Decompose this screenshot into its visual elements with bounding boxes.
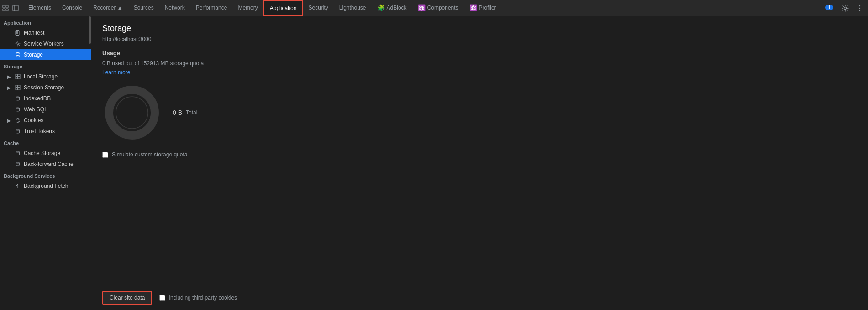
donut-chart: [102, 83, 162, 142]
simulate-checkbox-row: Simulate custom storage quota: [102, 151, 857, 158]
svg-point-29: [18, 119, 19, 119]
cache-storage-label: Cache Storage: [24, 150, 87, 156]
page-url: http://localhost:3000: [102, 36, 857, 42]
manifest-label: Manifest: [24, 30, 87, 36]
sidebar-item-storage[interactable]: ▶ Storage: [0, 49, 91, 60]
simulate-checkbox[interactable]: [102, 152, 108, 158]
cookies-chevron: ▶: [7, 118, 12, 123]
svg-point-32: [16, 162, 20, 163]
cylinder-icon-4: [15, 150, 21, 156]
tab-bar: Elements Console Recorder ▲ Sources Netw…: [0, 0, 868, 16]
storage-icon: [15, 52, 21, 58]
sidebar-section-background: Background Services: [0, 170, 91, 181]
session-storage-chevron: ▶: [7, 85, 12, 90]
cookie-icon: [15, 117, 21, 124]
main-layout: Application ▶ Manifest ▶: [0, 16, 868, 310]
sidebar-item-back-forward-cache[interactable]: ▶ Back-forward Cache: [0, 159, 91, 170]
svg-point-34: [116, 97, 148, 129]
cylinder-icon-5: [15, 161, 21, 167]
more-options-icon[interactable]: [853, 2, 866, 15]
svg-point-9: [859, 10, 860, 10]
cookies-label: Cookies: [24, 117, 87, 124]
svg-rect-21: [18, 85, 21, 88]
cylinder-icon-2: [15, 106, 21, 113]
tab-elements[interactable]: Elements: [23, 0, 57, 16]
clear-site-data-button[interactable]: Clear site data: [102, 291, 152, 305]
usage-text: 0 B used out of 152913 MB storage quota: [102, 60, 857, 67]
svg-point-7: [859, 5, 860, 6]
tab-feedback[interactable]: 1: [821, 0, 837, 16]
sidebar: Application ▶ Manifest ▶: [0, 16, 91, 310]
tab-console[interactable]: Console: [57, 0, 88, 16]
sidebar-item-trust-tokens[interactable]: ▶ Trust Tokens: [0, 126, 91, 137]
tab-sources[interactable]: Sources: [128, 0, 159, 16]
tab-security[interactable]: Security: [303, 0, 333, 16]
svg-point-31: [16, 151, 20, 152]
sidebar-item-background-fetch[interactable]: ▶ Background Fetch: [0, 181, 91, 191]
grid-icon: [15, 73, 21, 80]
svg-rect-4: [13, 5, 18, 11]
sidebar-item-service-workers[interactable]: ▶ Service Workers: [0, 38, 91, 49]
local-storage-label: Local Storage: [24, 73, 87, 80]
svg-rect-1: [6, 5, 8, 8]
tab-application[interactable]: Application: [263, 0, 303, 16]
sidebar-item-cookies[interactable]: ▶ Cookies: [0, 115, 91, 126]
third-party-cookies-checkbox[interactable]: [159, 295, 165, 301]
grid-icon-2: [15, 84, 21, 91]
sidebar-item-session-storage[interactable]: ▶ Session Storage: [0, 82, 91, 93]
tab-performance[interactable]: Performance: [190, 0, 233, 16]
indexeddb-label: IndexedDB: [24, 95, 87, 102]
panel-toggle-icon[interactable]: [12, 5, 19, 12]
back-forward-icon[interactable]: [2, 5, 9, 12]
tab-recorder[interactable]: Recorder ▲: [88, 0, 128, 16]
svg-point-8: [859, 7, 860, 8]
cylinder-icon: [15, 95, 21, 102]
tab-bar-right: 1: [821, 0, 866, 16]
svg-rect-18: [16, 77, 18, 79]
svg-rect-22: [16, 88, 18, 90]
web-sql-label: Web SQL: [24, 106, 87, 113]
svg-point-24: [16, 97, 20, 98]
svg-rect-19: [18, 77, 21, 79]
sidebar-scrollbar[interactable]: [88, 16, 91, 310]
svg-rect-17: [18, 74, 21, 77]
session-storage-label: Session Storage: [24, 84, 87, 91]
chart-area: 0 B Total: [102, 83, 857, 142]
content-area: Storage http://localhost:3000 Usage 0 B …: [91, 16, 868, 285]
tab-profiler[interactable]: ⚛️ Profiler: [464, 0, 502, 16]
sidebar-item-cache-storage[interactable]: ▶ Cache Storage: [0, 148, 91, 159]
svg-point-14: [17, 43, 19, 45]
third-party-cookies-label: including third-party cookies: [169, 294, 237, 301]
svg-rect-20: [16, 85, 18, 88]
sidebar-scrollbar-thumb: [89, 16, 91, 44]
chart-total: 0 B Total: [173, 109, 197, 116]
tab-network[interactable]: Network: [159, 0, 190, 16]
gear-icon: [15, 41, 21, 47]
svg-point-15: [16, 53, 20, 54]
learn-more-link[interactable]: Learn more: [102, 69, 130, 76]
svg-rect-23: [18, 88, 21, 90]
third-party-cookies-row: including third-party cookies: [159, 294, 237, 301]
tab-components[interactable]: ⚛️ Components: [412, 0, 464, 16]
svg-point-28: [18, 121, 19, 122]
trust-tokens-label: Trust Tokens: [24, 128, 87, 134]
sidebar-item-indexeddb[interactable]: ▶ IndexedDB: [0, 93, 91, 104]
chart-total-label: Total: [186, 109, 197, 116]
sidebar-item-web-sql[interactable]: ▶ Web SQL: [0, 104, 91, 115]
action-bar: Clear site data including third-party co…: [91, 285, 868, 310]
doc-icon: [15, 30, 21, 36]
settings-icon[interactable]: [839, 2, 852, 15]
sidebar-item-local-storage[interactable]: ▶ Local Storage: [0, 71, 91, 82]
toolbar-icons: [2, 5, 19, 12]
tab-adblock[interactable]: 🧩 AdBlock: [372, 0, 412, 16]
tab-lighthouse[interactable]: Lighthouse: [334, 0, 372, 16]
local-storage-chevron: ▶: [7, 74, 12, 79]
tab-memory[interactable]: Memory: [232, 0, 263, 16]
sidebar-item-manifest[interactable]: ▶ Manifest: [0, 27, 91, 38]
sidebar-section-cache: Cache: [0, 137, 91, 148]
sidebar-section-storage: Storage: [0, 60, 91, 71]
svg-rect-3: [6, 9, 8, 11]
svg-rect-10: [16, 31, 19, 36]
arrow-up-icon: [15, 183, 21, 189]
chart-total-value: 0 B: [173, 109, 182, 116]
